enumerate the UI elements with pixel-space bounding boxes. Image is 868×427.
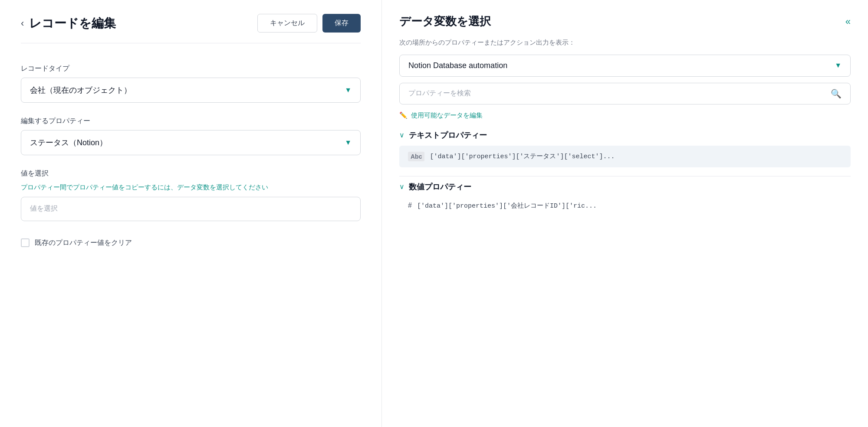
- clear-checkbox-label: 既存のプロパティー値をクリア: [35, 238, 132, 248]
- collapse-icon[interactable]: «: [845, 16, 851, 27]
- text-type-icon: Abc: [408, 152, 424, 161]
- edit-property-label: 編集するプロパティー: [21, 117, 361, 126]
- right-panel: データ変数を選択 « 次の場所からのプロパティーまたはアクション出力を表示： N…: [382, 0, 868, 427]
- save-button[interactable]: 保存: [322, 14, 361, 33]
- text-property-item[interactable]: Abc ['data']['properties']['ステータス']['sel…: [399, 146, 851, 167]
- cancel-button[interactable]: キャンセル: [257, 14, 317, 33]
- record-type-value: 会社（現在のオブジェクト）: [30, 85, 132, 95]
- edit-property-arrow-icon: ▼: [345, 139, 352, 147]
- numeric-properties-chevron-icon[interactable]: ∨: [399, 183, 404, 191]
- right-header: データ変数を選択 «: [399, 14, 851, 29]
- record-type-select[interactable]: 会社（現在のオブジェクト） ▼: [21, 78, 361, 103]
- left-panel: ‹ レコードを編集 キャンセル 保存 レコードタイプ 会社（現在のオブジェクト）…: [0, 0, 382, 427]
- source-dropdown-arrow-icon: ▼: [835, 62, 842, 69]
- divider: [399, 176, 851, 176]
- select-value-hint: プロパティー間でプロパティー値をコピーするには、データ変数を選択してください: [21, 183, 361, 192]
- numeric-properties-title: 数値プロパティー: [409, 182, 471, 192]
- edit-property-section: 編集するプロパティー ステータス（Notion） ▼: [21, 117, 361, 155]
- header-left: ‹ レコードを編集: [21, 15, 116, 32]
- text-properties-title: テキストプロパティー: [409, 130, 487, 140]
- clear-checkbox[interactable]: [21, 238, 30, 247]
- clear-checkbox-row: 既存のプロパティー値をクリア: [21, 238, 361, 248]
- source-dropdown[interactable]: Notion Database automation ▼: [399, 55, 851, 77]
- select-value-section: 値を選択 プロパティー間でプロパティー値をコピーするには、データ変数を選択してく…: [21, 169, 361, 221]
- text-properties-section-header: ∨ テキストプロパティー: [399, 130, 851, 140]
- page-title: レコードを編集: [29, 15, 116, 32]
- text-property-value: ['data']['properties']['ステータス']['select'…: [430, 152, 615, 160]
- record-type-arrow-icon: ▼: [345, 86, 352, 94]
- source-dropdown-value: Notion Database automation: [408, 61, 507, 70]
- numeric-property-item[interactable]: # ['data']['properties']['会社レコードID']['ri…: [399, 196, 851, 216]
- source-description: 次の場所からのプロパティーまたはアクション出力を表示：: [399, 38, 851, 48]
- edit-property-value: ステータス（Notion）: [30, 137, 107, 148]
- back-button[interactable]: ‹: [21, 18, 24, 29]
- numeric-properties-section-header: ∨ 数値プロパティー: [399, 182, 851, 192]
- edit-property-select[interactable]: ステータス（Notion） ▼: [21, 130, 361, 155]
- value-select-placeholder: 値を選択: [30, 204, 58, 213]
- record-type-section: レコードタイプ 会社（現在のオブジェクト） ▼: [21, 64, 361, 103]
- search-icon: 🔍: [831, 88, 842, 99]
- edit-available-data-link[interactable]: ✏️ 使用可能なデータを編集: [399, 111, 851, 120]
- pencil-icon: ✏️: [399, 111, 408, 119]
- text-properties-chevron-icon[interactable]: ∨: [399, 131, 404, 139]
- hash-icon: #: [408, 202, 412, 209]
- right-panel-title: データ変数を選択: [399, 14, 491, 29]
- header-buttons: キャンセル 保存: [257, 14, 361, 33]
- search-placeholder: プロパティーを検索: [408, 89, 471, 98]
- select-value-label: 値を選択: [21, 169, 361, 178]
- header: ‹ レコードを編集 キャンセル 保存: [21, 14, 361, 43]
- value-select-field[interactable]: 値を選択: [21, 197, 361, 221]
- numeric-property-value: ['data']['properties']['会社レコードID']['ric.…: [417, 202, 597, 210]
- edit-link-label: 使用可能なデータを編集: [411, 111, 483, 120]
- record-type-label: レコードタイプ: [21, 64, 361, 73]
- search-box[interactable]: プロパティーを検索 🔍: [399, 83, 851, 104]
- numeric-properties-section: ∨ 数値プロパティー # ['data']['properties']['会社レ…: [399, 182, 851, 216]
